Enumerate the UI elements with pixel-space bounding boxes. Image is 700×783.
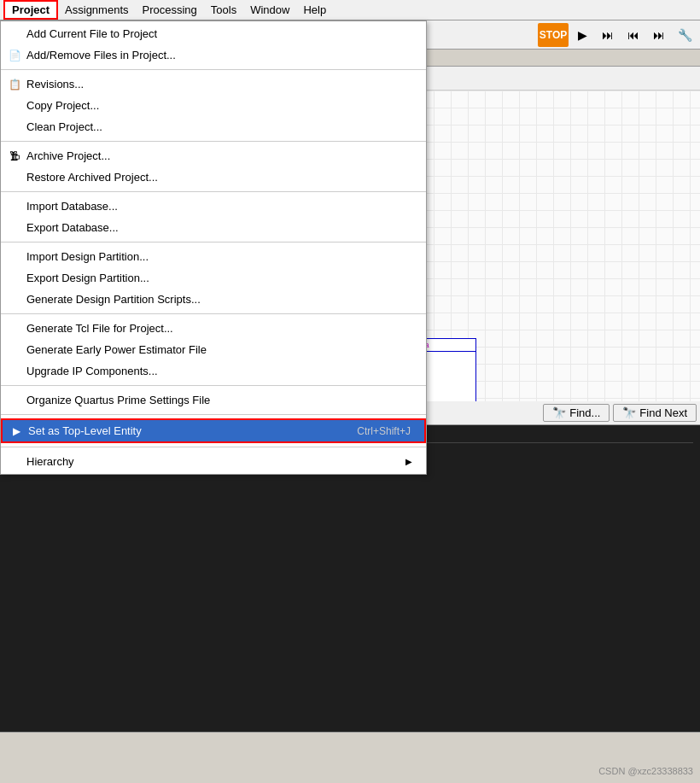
menu-assignments[interactable]: Assignments xyxy=(58,2,135,18)
menu-tools[interactable]: Tools xyxy=(204,2,243,18)
set-top-level-shortcut: Ctrl+Shift+J xyxy=(357,425,411,437)
hierarchy-arrow-icon: ▶ xyxy=(405,457,412,466)
menu-upgrade-ip[interactable]: Upgrade IP Components... xyxy=(1,360,426,382)
menu-project[interactable]: Project xyxy=(3,0,58,20)
menu-generate-tcl[interactable]: Generate Tcl File for Project... xyxy=(1,318,426,339)
menu-copy-project[interactable]: Copy Project... xyxy=(1,95,426,116)
menu-clean-project[interactable]: Clean Project... xyxy=(1,116,426,137)
toolbar-forward-btn[interactable]: ⏭ xyxy=(647,23,671,47)
toolbar-play-btn[interactable]: ▶ xyxy=(570,23,594,47)
menu-add-remove-files[interactable]: 📄 Add/Remove Files in Project... xyxy=(1,44,426,66)
menu-add-current-file[interactable]: Add Current File to Project xyxy=(1,23,426,44)
toolbar-btn-1[interactable]: STOP xyxy=(538,23,569,47)
menu-import-database[interactable]: Import Database... xyxy=(1,196,426,217)
divider-5 xyxy=(1,313,426,314)
project-dropdown-menu: Add Current File to Project 📄 Add/Remove… xyxy=(0,20,427,475)
menubar: Project Assignments Processing Tools Win… xyxy=(0,0,700,20)
menu-export-database[interactable]: Export Database... xyxy=(1,217,426,238)
menu-generate-partition-scripts[interactable]: Generate Design Partition Scripts... xyxy=(1,289,426,310)
menu-revisions[interactable]: 📋 Revisions... xyxy=(1,73,426,95)
menu-export-design-partition[interactable]: Export Design Partition... xyxy=(1,267,426,289)
menu-import-design-partition[interactable]: Import Design Partition... xyxy=(1,246,426,267)
menu-window[interactable]: Window xyxy=(243,2,296,18)
divider-3 xyxy=(1,191,426,192)
menu-generate-power-estimator[interactable]: Generate Early Power Estimator File xyxy=(1,339,426,360)
menu-processing[interactable]: Processing xyxy=(136,2,204,18)
binoculars-next-icon: 🔭 xyxy=(622,406,636,419)
menu-archive-project[interactable]: 🗜 Archive Project... xyxy=(1,145,426,167)
toolbar-step-btn[interactable]: ⏭ xyxy=(596,23,620,47)
bottom-bar: CSDN @xzc23338833 xyxy=(0,732,700,783)
menu-restore-archived[interactable]: Restore Archived Project... xyxy=(1,167,426,188)
top-level-icon: ▶ xyxy=(9,424,23,438)
toolbar-special-btn[interactable]: 🔧 xyxy=(673,23,697,47)
menu-set-top-level[interactable]: ▶ Set as Top-Level Entity Ctrl+Shift+J xyxy=(1,418,426,443)
divider-1 xyxy=(1,69,426,70)
divider-2 xyxy=(1,141,426,142)
binoculars-icon: 🔭 xyxy=(552,406,566,419)
menu-help[interactable]: Help xyxy=(296,2,333,18)
divider-8 xyxy=(1,447,426,447)
toolbar-rewind-btn[interactable]: ⏮ xyxy=(621,23,645,47)
add-remove-icon: 📄 xyxy=(8,49,21,62)
watermark-text: CSDN @xzc23338833 xyxy=(598,766,693,776)
find-next-button[interactable]: 🔭 Find Next xyxy=(613,404,697,422)
message-area: D Message 061 Changed top-level design e… xyxy=(0,425,700,784)
archive-icon: 🗜 xyxy=(8,149,21,163)
menu-organize-settings[interactable]: Organize Quartus Prime Settings File xyxy=(1,389,426,411)
divider-6 xyxy=(1,385,426,386)
divider-7 xyxy=(1,414,426,415)
divider-4 xyxy=(1,242,426,242)
menu-hierarchy[interactable]: Hierarchy ▶ xyxy=(1,451,426,472)
revisions-icon: 📋 xyxy=(8,78,21,91)
find-button[interactable]: 🔭 Find... xyxy=(543,404,610,422)
